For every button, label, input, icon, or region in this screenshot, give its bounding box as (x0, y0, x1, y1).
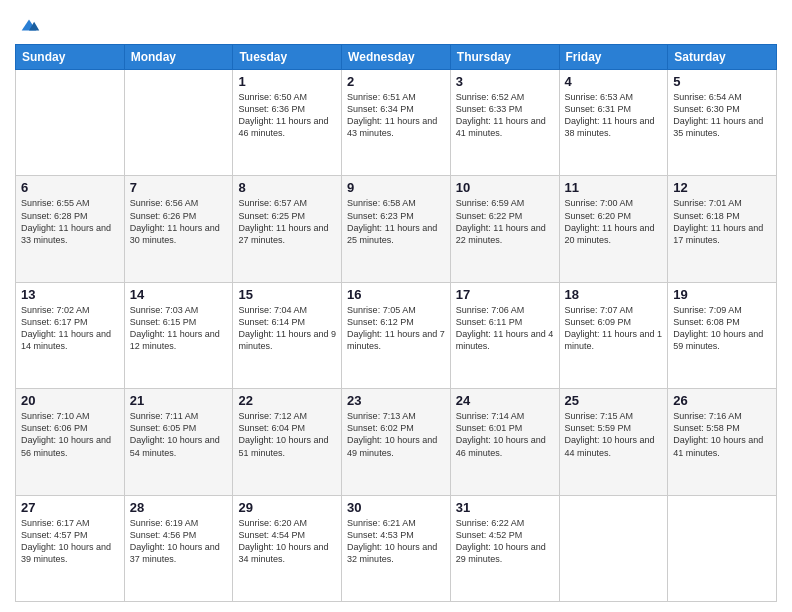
day-number: 22 (238, 393, 336, 408)
day-number: 28 (130, 500, 228, 515)
calendar-cell (559, 495, 668, 601)
calendar-cell: 22Sunrise: 7:12 AM Sunset: 6:04 PM Dayli… (233, 389, 342, 495)
cell-content: Sunrise: 7:14 AM Sunset: 6:01 PM Dayligh… (456, 410, 554, 459)
calendar-cell: 2Sunrise: 6:51 AM Sunset: 6:34 PM Daylig… (342, 70, 451, 176)
cell-content: Sunrise: 7:10 AM Sunset: 6:06 PM Dayligh… (21, 410, 119, 459)
day-header-wednesday: Wednesday (342, 45, 451, 70)
day-number: 27 (21, 500, 119, 515)
cell-content: Sunrise: 7:01 AM Sunset: 6:18 PM Dayligh… (673, 197, 771, 246)
calendar-cell: 8Sunrise: 6:57 AM Sunset: 6:25 PM Daylig… (233, 176, 342, 282)
day-number: 6 (21, 180, 119, 195)
day-number: 1 (238, 74, 336, 89)
calendar-cell: 5Sunrise: 6:54 AM Sunset: 6:30 PM Daylig… (668, 70, 777, 176)
calendar-cell: 12Sunrise: 7:01 AM Sunset: 6:18 PM Dayli… (668, 176, 777, 282)
calendar-cell: 31Sunrise: 6:22 AM Sunset: 4:52 PM Dayli… (450, 495, 559, 601)
cell-content: Sunrise: 6:54 AM Sunset: 6:30 PM Dayligh… (673, 91, 771, 140)
calendar-cell: 3Sunrise: 6:52 AM Sunset: 6:33 PM Daylig… (450, 70, 559, 176)
cell-content: Sunrise: 7:11 AM Sunset: 6:05 PM Dayligh… (130, 410, 228, 459)
logo-icon (18, 14, 40, 36)
day-number: 16 (347, 287, 445, 302)
cell-content: Sunrise: 7:15 AM Sunset: 5:59 PM Dayligh… (565, 410, 663, 459)
cell-content: Sunrise: 6:55 AM Sunset: 6:28 PM Dayligh… (21, 197, 119, 246)
cell-content: Sunrise: 6:19 AM Sunset: 4:56 PM Dayligh… (130, 517, 228, 566)
day-header-saturday: Saturday (668, 45, 777, 70)
day-number: 4 (565, 74, 663, 89)
day-number: 17 (456, 287, 554, 302)
calendar-cell: 21Sunrise: 7:11 AM Sunset: 6:05 PM Dayli… (124, 389, 233, 495)
calendar-header-row: SundayMondayTuesdayWednesdayThursdayFrid… (16, 45, 777, 70)
day-number: 12 (673, 180, 771, 195)
cell-content: Sunrise: 6:21 AM Sunset: 4:53 PM Dayligh… (347, 517, 445, 566)
cell-content: Sunrise: 6:50 AM Sunset: 6:36 PM Dayligh… (238, 91, 336, 140)
cell-content: Sunrise: 7:04 AM Sunset: 6:14 PM Dayligh… (238, 304, 336, 353)
calendar-cell: 16Sunrise: 7:05 AM Sunset: 6:12 PM Dayli… (342, 282, 451, 388)
calendar-cell: 20Sunrise: 7:10 AM Sunset: 6:06 PM Dayli… (16, 389, 125, 495)
calendar-cell: 17Sunrise: 7:06 AM Sunset: 6:11 PM Dayli… (450, 282, 559, 388)
cell-content: Sunrise: 6:22 AM Sunset: 4:52 PM Dayligh… (456, 517, 554, 566)
day-number: 29 (238, 500, 336, 515)
cell-content: Sunrise: 6:17 AM Sunset: 4:57 PM Dayligh… (21, 517, 119, 566)
header (15, 10, 777, 36)
week-row-2: 13Sunrise: 7:02 AM Sunset: 6:17 PM Dayli… (16, 282, 777, 388)
day-number: 3 (456, 74, 554, 89)
week-row-1: 6Sunrise: 6:55 AM Sunset: 6:28 PM Daylig… (16, 176, 777, 282)
calendar-cell: 7Sunrise: 6:56 AM Sunset: 6:26 PM Daylig… (124, 176, 233, 282)
calendar-cell: 10Sunrise: 6:59 AM Sunset: 6:22 PM Dayli… (450, 176, 559, 282)
calendar-cell (124, 70, 233, 176)
day-header-tuesday: Tuesday (233, 45, 342, 70)
day-number: 9 (347, 180, 445, 195)
day-number: 19 (673, 287, 771, 302)
day-number: 24 (456, 393, 554, 408)
cell-content: Sunrise: 7:06 AM Sunset: 6:11 PM Dayligh… (456, 304, 554, 353)
cell-content: Sunrise: 7:03 AM Sunset: 6:15 PM Dayligh… (130, 304, 228, 353)
cell-content: Sunrise: 7:09 AM Sunset: 6:08 PM Dayligh… (673, 304, 771, 353)
calendar-cell: 25Sunrise: 7:15 AM Sunset: 5:59 PM Dayli… (559, 389, 668, 495)
cell-content: Sunrise: 7:12 AM Sunset: 6:04 PM Dayligh… (238, 410, 336, 459)
calendar-cell: 15Sunrise: 7:04 AM Sunset: 6:14 PM Dayli… (233, 282, 342, 388)
calendar-cell: 29Sunrise: 6:20 AM Sunset: 4:54 PM Dayli… (233, 495, 342, 601)
day-number: 18 (565, 287, 663, 302)
cell-content: Sunrise: 7:00 AM Sunset: 6:20 PM Dayligh… (565, 197, 663, 246)
day-number: 23 (347, 393, 445, 408)
calendar-cell: 1Sunrise: 6:50 AM Sunset: 6:36 PM Daylig… (233, 70, 342, 176)
calendar-cell: 9Sunrise: 6:58 AM Sunset: 6:23 PM Daylig… (342, 176, 451, 282)
calendar-cell: 14Sunrise: 7:03 AM Sunset: 6:15 PM Dayli… (124, 282, 233, 388)
day-number: 5 (673, 74, 771, 89)
day-header-friday: Friday (559, 45, 668, 70)
day-number: 21 (130, 393, 228, 408)
week-row-0: 1Sunrise: 6:50 AM Sunset: 6:36 PM Daylig… (16, 70, 777, 176)
day-header-monday: Monday (124, 45, 233, 70)
day-number: 26 (673, 393, 771, 408)
calendar-cell: 24Sunrise: 7:14 AM Sunset: 6:01 PM Dayli… (450, 389, 559, 495)
page: SundayMondayTuesdayWednesdayThursdayFrid… (0, 0, 792, 612)
cell-content: Sunrise: 6:20 AM Sunset: 4:54 PM Dayligh… (238, 517, 336, 566)
calendar-cell: 30Sunrise: 6:21 AM Sunset: 4:53 PM Dayli… (342, 495, 451, 601)
calendar-cell: 6Sunrise: 6:55 AM Sunset: 6:28 PM Daylig… (16, 176, 125, 282)
calendar-cell: 18Sunrise: 7:07 AM Sunset: 6:09 PM Dayli… (559, 282, 668, 388)
day-number: 14 (130, 287, 228, 302)
cell-content: Sunrise: 6:58 AM Sunset: 6:23 PM Dayligh… (347, 197, 445, 246)
cell-content: Sunrise: 7:05 AM Sunset: 6:12 PM Dayligh… (347, 304, 445, 353)
calendar-cell: 23Sunrise: 7:13 AM Sunset: 6:02 PM Dayli… (342, 389, 451, 495)
week-row-4: 27Sunrise: 6:17 AM Sunset: 4:57 PM Dayli… (16, 495, 777, 601)
logo (15, 14, 40, 36)
day-number: 31 (456, 500, 554, 515)
day-number: 11 (565, 180, 663, 195)
calendar-cell: 27Sunrise: 6:17 AM Sunset: 4:57 PM Dayli… (16, 495, 125, 601)
day-header-thursday: Thursday (450, 45, 559, 70)
day-number: 2 (347, 74, 445, 89)
calendar-cell: 19Sunrise: 7:09 AM Sunset: 6:08 PM Dayli… (668, 282, 777, 388)
calendar-cell (16, 70, 125, 176)
day-header-sunday: Sunday (16, 45, 125, 70)
cell-content: Sunrise: 7:07 AM Sunset: 6:09 PM Dayligh… (565, 304, 663, 353)
calendar-cell: 11Sunrise: 7:00 AM Sunset: 6:20 PM Dayli… (559, 176, 668, 282)
day-number: 7 (130, 180, 228, 195)
cell-content: Sunrise: 6:51 AM Sunset: 6:34 PM Dayligh… (347, 91, 445, 140)
calendar-cell: 4Sunrise: 6:53 AM Sunset: 6:31 PM Daylig… (559, 70, 668, 176)
day-number: 30 (347, 500, 445, 515)
calendar-table: SundayMondayTuesdayWednesdayThursdayFrid… (15, 44, 777, 602)
cell-content: Sunrise: 7:13 AM Sunset: 6:02 PM Dayligh… (347, 410, 445, 459)
cell-content: Sunrise: 6:52 AM Sunset: 6:33 PM Dayligh… (456, 91, 554, 140)
cell-content: Sunrise: 6:56 AM Sunset: 6:26 PM Dayligh… (130, 197, 228, 246)
calendar-cell: 28Sunrise: 6:19 AM Sunset: 4:56 PM Dayli… (124, 495, 233, 601)
